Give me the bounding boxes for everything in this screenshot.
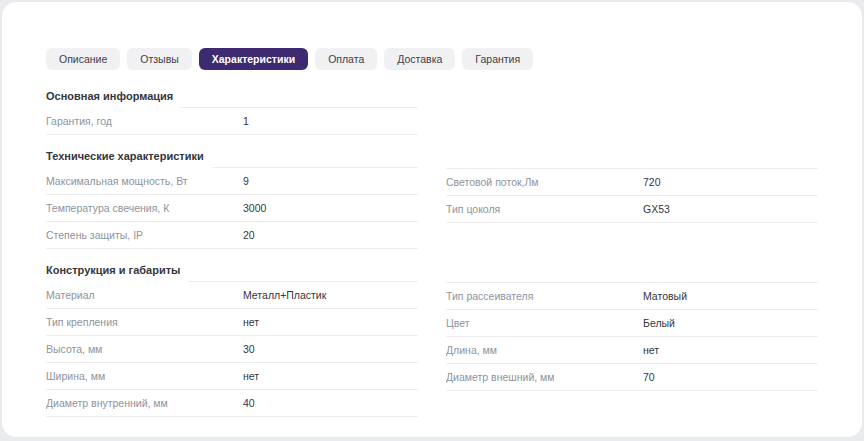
- spec-value: 70: [643, 371, 655, 383]
- spec-label: Степень защиты, IP: [46, 229, 243, 241]
- spec-label: Тип рассеивателя: [446, 290, 643, 302]
- spec-row: ЦветБелый: [446, 310, 818, 337]
- section-column-left: Основная информацияГарантия, год1: [46, 84, 418, 135]
- spec-value: 30: [243, 343, 255, 355]
- spec-row: Длина, ммнет: [446, 337, 818, 364]
- spec-value: нет: [643, 344, 659, 356]
- spec-row: Тип цоколяGX53: [446, 196, 818, 223]
- spec-value: 3000: [243, 202, 266, 214]
- spec-value: GX53: [643, 203, 670, 215]
- spec-label: Световой поток,Лм: [446, 176, 643, 188]
- section-column-left: Технические характеристикиМаксимальная м…: [46, 144, 418, 249]
- spec-value: Матовый: [643, 290, 687, 302]
- spec-value: Металл+Пластик: [243, 289, 326, 301]
- section-column-right: Тип рассеивателяМатовыйЦветБелыйДлина, м…: [446, 258, 818, 417]
- spec-row: Световой поток,Лм720: [446, 169, 818, 196]
- section-column-right: Световой поток,Лм720Тип цоколяGX53: [446, 144, 818, 249]
- spec-row: Гарантия, год1: [46, 108, 418, 135]
- spec-label: Материал: [46, 289, 243, 301]
- spec-label: Гарантия, год: [46, 115, 243, 127]
- spec-label: Диаметр внешний, мм: [446, 371, 643, 383]
- spec-value: 9: [243, 175, 249, 187]
- product-specs-card: ОписаниеОтзывыХарактеристикиОплатаДостав…: [2, 2, 862, 437]
- section-header-divider: [212, 144, 418, 168]
- tab-payment[interactable]: Оплата: [315, 48, 377, 70]
- section-header: Основная информация: [46, 84, 418, 108]
- spec-value: Белый: [643, 317, 675, 329]
- spec-value: 20: [243, 229, 255, 241]
- section-column-left: Конструкция и габаритыМатериалМеталл+Пла…: [46, 258, 418, 417]
- spec-label: Высота, мм: [46, 343, 243, 355]
- spec-row: Диаметр внутренний, мм40: [46, 390, 418, 417]
- spec-label: Максимальная мощность, Вт: [46, 175, 243, 187]
- section-header-divider: [446, 258, 818, 283]
- spec-row: Диаметр внешний, мм70: [446, 364, 818, 391]
- tab-specs[interactable]: Характеристики: [199, 48, 308, 70]
- section-title: Конструкция и габариты: [46, 264, 180, 276]
- spec-value: нет: [243, 316, 259, 328]
- spec-value: 40: [243, 397, 255, 409]
- section-title: Технические характеристики: [46, 150, 204, 162]
- spec-value: 720: [643, 176, 661, 188]
- spec-label: Цвет: [446, 317, 643, 329]
- section-tech-specs: Технические характеристикиМаксимальная м…: [46, 144, 818, 249]
- spec-row: Степень защиты, IP20: [46, 222, 418, 249]
- section-construction: Конструкция и габаритыМатериалМеталл+Пла…: [46, 258, 818, 417]
- section-header-divider: [446, 144, 818, 169]
- product-tabs: ОписаниеОтзывыХарактеристикиОплатаДостав…: [46, 48, 818, 70]
- section-main-info: Основная информацияГарантия, год1: [46, 84, 818, 135]
- section-header: Конструкция и габариты: [46, 258, 418, 282]
- spec-row: Тип креплениянет: [46, 309, 418, 336]
- tab-reviews[interactable]: Отзывы: [127, 48, 191, 70]
- tab-description[interactable]: Описание: [46, 48, 120, 70]
- spec-label: Температура свечения, К: [46, 202, 243, 214]
- section-header-divider: [181, 84, 418, 108]
- section-header-divider: [188, 258, 418, 282]
- spec-label: Тип цоколя: [446, 203, 643, 215]
- spec-row: Ширина, ммнет: [46, 363, 418, 390]
- spec-value: нет: [243, 370, 259, 382]
- spec-label: Тип крепления: [46, 316, 243, 328]
- tab-warranty[interactable]: Гарантия: [462, 48, 533, 70]
- section-title: Основная информация: [46, 90, 173, 102]
- spec-row: Тип рассеивателяМатовый: [446, 283, 818, 310]
- spec-row: МатериалМеталл+Пластик: [46, 282, 418, 309]
- specs-sections: Основная информацияГарантия, год1Техниче…: [46, 84, 818, 417]
- spec-label: Длина, мм: [446, 344, 643, 356]
- spec-row: Максимальная мощность, Вт9: [46, 168, 418, 195]
- tab-delivery[interactable]: Доставка: [384, 48, 455, 70]
- spec-row: Температура свечения, К3000: [46, 195, 418, 222]
- spec-value: 1: [243, 115, 249, 127]
- spec-row: Высота, мм30: [46, 336, 418, 363]
- section-header: Технические характеристики: [46, 144, 418, 168]
- spec-label: Диаметр внутренний, мм: [46, 397, 243, 409]
- section-column-right: [446, 84, 818, 135]
- spec-label: Ширина, мм: [46, 370, 243, 382]
